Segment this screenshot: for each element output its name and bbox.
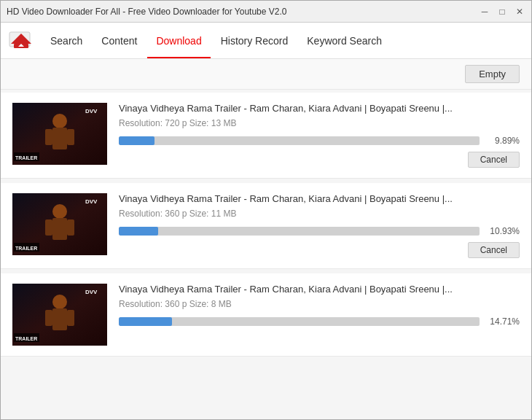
svg-text:DVV: DVV [85, 198, 98, 205]
progress-pct-2: 14.71% [487, 316, 520, 327]
progress-bar-fill-0 [119, 136, 154, 145]
download-title-1: Vinaya Vidheya Rama Trailer - Ram Charan… [119, 193, 520, 204]
progress-bar-bg-0 [119, 136, 480, 145]
download-meta-2: Resolution: 360 p Size: 8 MB [119, 299, 520, 309]
nav-tabs: Search Content Download History Record K… [42, 23, 391, 58]
svg-rect-5 [52, 128, 67, 149]
svg-point-4 [52, 114, 67, 128]
download-item-1: TRAILER DVV Vinaya Vidheya Rama Trailer … [1, 183, 531, 269]
thumbnail-0: TRAILER DVV [12, 103, 107, 165]
svg-rect-14 [52, 218, 67, 240]
tab-keyword[interactable]: Keyword Search [298, 23, 391, 58]
svg-point-22 [52, 295, 67, 309]
nav-bar: Search Content Download History Record K… [1, 23, 531, 59]
window-controls: ─ □ ✕ [479, 6, 525, 18]
svg-text:TRAILER: TRAILER [15, 246, 37, 251]
progress-row-1: 10.93% [119, 226, 520, 236]
svg-text:TRAILER: TRAILER [15, 336, 37, 341]
thumbnail-2: TRAILER DVV [12, 284, 107, 346]
svg-rect-16 [67, 219, 74, 236]
download-item: TRAILER DVV Vinaya Vidheya Rama Trailer … [1, 93, 531, 179]
download-title-2: Vinaya Vidheya Rama Trailer - Ram Charan… [119, 284, 520, 295]
progress-bar-fill-2 [119, 317, 172, 326]
svg-text:DVV: DVV [85, 108, 98, 114]
minimize-button[interactable]: ─ [479, 6, 490, 18]
empty-button[interactable]: Empty [465, 65, 520, 83]
download-list: TRAILER DVV Vinaya Vidheya Rama Trailer … [1, 90, 531, 420]
toolbar: Empty [1, 59, 531, 90]
svg-rect-7 [67, 129, 74, 145]
cancel-button-0[interactable]: Cancel [468, 152, 520, 168]
title-bar: HD Video Downloader For All - Free Video… [1, 1, 531, 23]
tab-content[interactable]: Content [93, 23, 146, 58]
download-meta-0: Resolution: 720 p Size: 13 MB [119, 118, 520, 128]
progress-bar-fill-1 [119, 227, 158, 236]
svg-text:DVV: DVV [85, 289, 98, 295]
download-info-0: Vinaya Vidheya Rama Trailer - Ram Charan… [119, 103, 520, 168]
svg-rect-6 [45, 129, 52, 145]
progress-pct-1: 10.93% [487, 226, 520, 236]
tab-history[interactable]: History Record [212, 23, 297, 58]
progress-row-2: 14.71% [119, 316, 520, 327]
svg-rect-15 [45, 219, 52, 236]
svg-text:TRAILER: TRAILER [15, 155, 37, 160]
download-title-0: Vinaya Vidheya Rama Trailer - Ram Charan… [119, 103, 520, 114]
thumbnail-1: TRAILER DVV [12, 193, 107, 255]
download-info-1: Vinaya Vidheya Rama Trailer - Ram Charan… [119, 193, 520, 258]
download-item-2: TRAILER DVV Vinaya Vidheya Rama Trailer … [1, 273, 531, 357]
app-title: HD Video Downloader For All - Free Video… [7, 7, 286, 17]
tab-download[interactable]: Download [147, 23, 210, 58]
download-meta-1: Resolution: 360 p Size: 11 MB [119, 209, 520, 219]
tab-search[interactable]: Search [42, 23, 91, 58]
progress-bar-bg-2 [119, 317, 480, 326]
app-logo [8, 28, 34, 54]
svg-rect-25 [67, 310, 74, 326]
progress-row-0: 9.89% [119, 136, 520, 146]
maximize-button[interactable]: □ [496, 6, 508, 18]
svg-rect-23 [52, 308, 67, 330]
cancel-button-1[interactable]: Cancel [468, 242, 520, 258]
svg-point-13 [52, 204, 67, 219]
download-info-2: Vinaya Vidheya Rama Trailer - Ram Charan… [119, 284, 520, 332]
close-button[interactable]: ✕ [514, 6, 525, 18]
progress-pct-0: 9.89% [487, 136, 520, 146]
progress-bar-bg-1 [119, 227, 480, 236]
svg-rect-24 [45, 310, 52, 326]
